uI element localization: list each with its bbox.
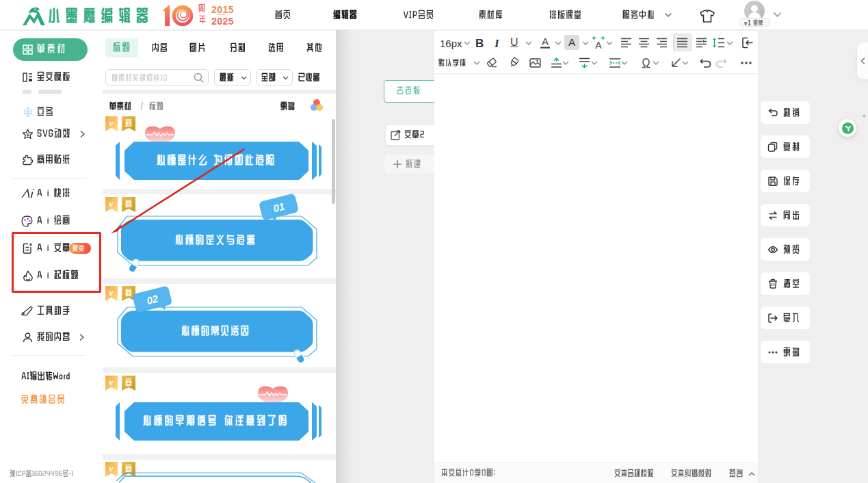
svg-text:v: v xyxy=(109,287,114,298)
svg-text:s: s xyxy=(27,131,29,138)
svg-text:v: v xyxy=(109,377,114,387)
svg-text:A: A xyxy=(568,36,575,48)
svg-text:v: v xyxy=(109,118,114,128)
svg-text:A: A xyxy=(542,36,549,47)
svg-text:A: A xyxy=(595,40,602,51)
